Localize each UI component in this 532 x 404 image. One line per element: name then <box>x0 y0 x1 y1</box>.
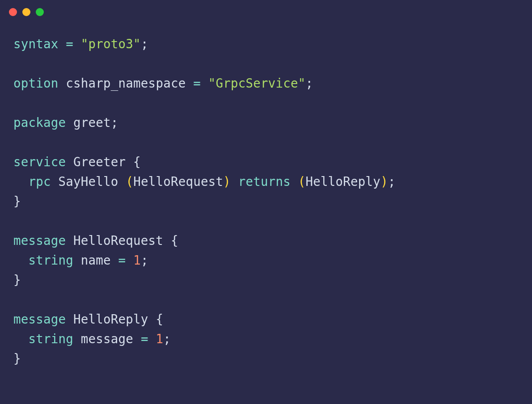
brace-close: } <box>13 273 21 287</box>
keyword-syntax: syntax <box>13 37 59 51</box>
number-literal: 1 <box>156 332 163 346</box>
keyword-message: message <box>13 233 66 248</box>
paren-close: ) <box>380 174 388 189</box>
type-name: HelloReply <box>306 174 381 189</box>
indent <box>13 174 29 189</box>
identifier: HelloReply <box>66 312 156 326</box>
brace-open: { <box>133 155 141 169</box>
identifier: HelloRequest <box>66 233 171 248</box>
semicolon: ; <box>388 174 396 189</box>
paren-open: ( <box>126 174 133 189</box>
operator: = <box>118 253 134 267</box>
semicolon: ; <box>306 76 313 90</box>
paren-close: ) <box>223 174 231 189</box>
keyword-rpc: rpc <box>29 174 51 189</box>
brace-open: { <box>156 312 163 326</box>
paren-open: ( <box>298 174 306 189</box>
code-window: syntax = "proto3"; option csharp_namespa… <box>0 0 532 404</box>
semicolon: ; <box>141 253 148 267</box>
identifier: Greeter <box>66 155 133 169</box>
maximize-icon[interactable] <box>36 8 44 16</box>
code-content: syntax = "proto3"; option csharp_namespa… <box>0 21 532 382</box>
identifier: SayHello <box>51 174 126 189</box>
minimize-icon[interactable] <box>22 8 30 16</box>
keyword-package: package <box>13 115 66 130</box>
window-titlebar <box>0 0 532 21</box>
close-icon[interactable] <box>9 8 17 16</box>
brace-open: { <box>171 233 178 248</box>
brace-close: } <box>13 351 21 366</box>
operator: = <box>59 37 81 51</box>
type-name: HelloRequest <box>133 174 223 189</box>
operator: = <box>193 76 208 90</box>
keyword-string: string <box>29 253 74 267</box>
indent <box>13 332 29 346</box>
identifier: name <box>73 253 118 267</box>
semicolon: ; <box>111 115 118 130</box>
operator: = <box>141 332 156 346</box>
keyword-option: option <box>13 76 59 90</box>
keyword-string: string <box>29 332 74 346</box>
string-literal: "GrpcService" <box>208 76 306 90</box>
identifier: greet <box>66 115 111 130</box>
keyword-service: service <box>13 155 66 169</box>
semicolon: ; <box>141 37 148 51</box>
keyword-message: message <box>13 312 66 326</box>
identifier: message <box>73 332 141 346</box>
indent <box>13 253 29 267</box>
keyword-returns: returns <box>231 174 298 189</box>
identifier: csharp_namespace <box>59 76 194 90</box>
number-literal: 1 <box>133 253 141 267</box>
string-literal: "proto3" <box>81 37 141 51</box>
semicolon: ; <box>163 332 171 346</box>
brace-close: } <box>13 194 21 208</box>
